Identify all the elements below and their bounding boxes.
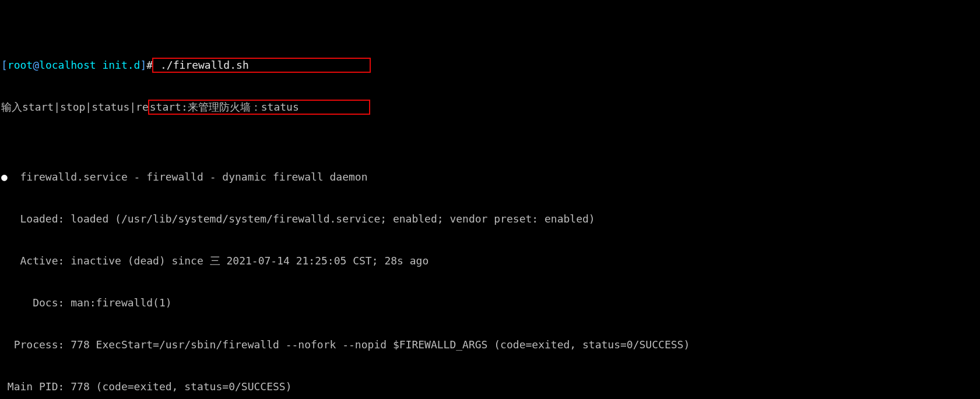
service-mainpid: Main PID: 778 (code=exited, status=0/SUC… xyxy=(1,380,979,394)
service-docs: Docs: man:firewalld(1) xyxy=(1,296,979,310)
prompt-line: [root@localhost init.d]# ./firewalld.sh xyxy=(1,58,979,72)
command-highlight: start:来管理防火墙：status xyxy=(149,100,370,114)
input-line: 输入start|stop|status|restart:来管理防火墙：statu… xyxy=(1,100,979,114)
terminal-output[interactable]: [root@localhost init.d]# ./firewalld.sh … xyxy=(0,0,980,399)
service-header: ● firewalld.service - firewalld - dynami… xyxy=(1,170,979,184)
command-text: ./firewalld.sh xyxy=(160,59,249,71)
service-loaded: Loaded: loaded (/usr/lib/systemd/system/… xyxy=(1,212,979,226)
service-active: Active: inactive (dead) since 三 2021-07-… xyxy=(1,254,979,268)
service-process: Process: 778 ExecStart=/usr/sbin/firewal… xyxy=(1,338,979,352)
command-highlight: ./firewalld.sh xyxy=(153,58,370,72)
